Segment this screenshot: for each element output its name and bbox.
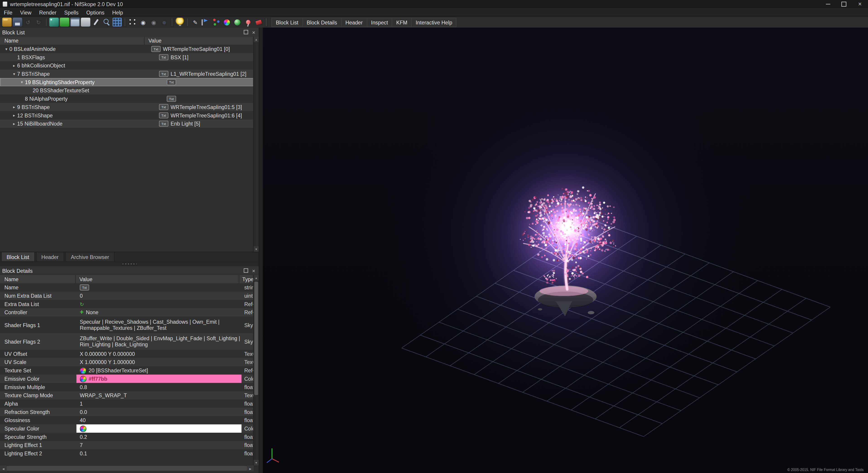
toggle-kfm[interactable]: KFM bbox=[392, 18, 411, 27]
zoom-icon[interactable] bbox=[102, 18, 112, 27]
column-header-type[interactable]: Type bbox=[240, 275, 254, 283]
flag-icon[interactable] bbox=[201, 18, 211, 27]
detail-row[interactable]: Texture Set20 [BSShaderTextureSet]Ref<BS… bbox=[0, 366, 254, 375]
detail-row[interactable]: Specular ColorColor3 bbox=[0, 425, 254, 433]
block-list-row[interactable]: 8 NiAlphaProperty bbox=[0, 95, 254, 103]
detail-value[interactable]: ZBuffer_Write | Double_Sided | EnvMap_Li… bbox=[76, 333, 242, 349]
block-list-row[interactable]: ▾7 BSTriShapeL1_WRTempleTreeSapling01 [2… bbox=[0, 70, 254, 78]
scrollbar-handle[interactable] bbox=[6, 466, 247, 471]
toggle-inspect[interactable]: Inspect bbox=[367, 18, 392, 27]
detail-value[interactable] bbox=[76, 425, 242, 433]
detail-row[interactable]: UV ScaleX 1.000000 Y 1.000000TexCoor bbox=[0, 358, 254, 367]
detail-row[interactable]: Emissive Multiple0.8float bbox=[0, 383, 254, 391]
show-hidden-icon[interactable] bbox=[149, 18, 158, 27]
toggle-block-details[interactable]: Block Details bbox=[302, 18, 341, 27]
block-details-hscrollbar[interactable]: ◀ ▶ bbox=[0, 465, 254, 471]
block-details-scrollbar[interactable]: ▲ ▼ bbox=[253, 275, 258, 465]
scroll-down-icon[interactable]: ▼ bbox=[254, 460, 258, 465]
detail-value[interactable]: None bbox=[76, 308, 242, 316]
scrollbar-handle[interactable] bbox=[254, 282, 258, 395]
uv-grid-icon[interactable] bbox=[113, 18, 122, 27]
menu-options[interactable]: Options bbox=[83, 8, 108, 16]
detail-row[interactable]: Extra Data ListRef<NiE bbox=[0, 300, 254, 308]
rgb-dots-icon[interactable] bbox=[212, 18, 221, 27]
dock-tab-header[interactable]: Header bbox=[36, 252, 64, 262]
detail-row[interactable]: UV OffsetX 0.000000 Y 0.000000TexCoor bbox=[0, 350, 254, 358]
lighting-icon[interactable] bbox=[175, 18, 185, 27]
detail-value[interactable] bbox=[76, 283, 242, 292]
menu-help[interactable]: Help bbox=[108, 8, 127, 16]
detail-value[interactable]: 0.0 bbox=[76, 408, 242, 416]
detail-value[interactable]: X 0.000000 Y 0.000000 bbox=[76, 350, 242, 358]
column-header-value[interactable]: Value bbox=[76, 275, 240, 283]
detail-row[interactable]: Refraction Strength0.0float bbox=[0, 408, 254, 416]
scroll-down-icon[interactable]: ▼ bbox=[254, 246, 258, 251]
collapse-icon[interactable]: ▾ bbox=[11, 72, 17, 76]
flat-shade-icon[interactable] bbox=[81, 18, 90, 27]
block-list-row[interactable]: 20 BSShaderTextureSet bbox=[0, 87, 254, 95]
menu-spells[interactable]: Spells bbox=[60, 8, 83, 16]
dock-splitter[interactable] bbox=[0, 261, 258, 266]
expand-icon[interactable]: ▸ bbox=[11, 122, 17, 126]
scroll-up-icon[interactable]: ▲ bbox=[254, 36, 258, 42]
detail-value[interactable]: WRAP_S_WRAP_T bbox=[76, 391, 242, 400]
detail-row[interactable]: Alpha1float bbox=[0, 400, 254, 408]
toggle-interactive-help[interactable]: Interactive Help bbox=[411, 18, 457, 27]
collapse-icon[interactable]: ▾ bbox=[3, 47, 9, 52]
texture-icon[interactable] bbox=[50, 18, 59, 27]
detail-value[interactable]: #ff77bb bbox=[76, 375, 242, 383]
windows-icon[interactable] bbox=[70, 18, 80, 27]
silhouette-icon[interactable] bbox=[159, 18, 169, 27]
detail-value[interactable]: 0.1 bbox=[76, 449, 242, 458]
detail-row[interactable]: Shader Flags 1Specular | Recieve_Shadows… bbox=[0, 316, 254, 333]
save-icon[interactable] bbox=[13, 18, 22, 27]
minimize-button[interactable] bbox=[820, 0, 836, 8]
column-header-name[interactable]: Name bbox=[0, 275, 76, 283]
open-icon[interactable] bbox=[2, 18, 12, 27]
detail-row[interactable]: Glossiness40float bbox=[0, 416, 254, 425]
block-list-row[interactable]: ▾0 BSLeafAnimNodeWRTempleTreeSapling01 [… bbox=[0, 45, 254, 53]
edit-pencil-icon[interactable] bbox=[190, 18, 200, 27]
block-list-scrollbar[interactable]: ▲ ▼ bbox=[253, 36, 258, 251]
panel-close-button[interactable] bbox=[251, 268, 256, 273]
collapse-icon[interactable]: ▾ bbox=[19, 80, 25, 85]
block-list-row[interactable]: ▸15 NiBillboardNodeEnb Light [5] bbox=[0, 120, 254, 128]
detail-row[interactable]: Shader Flags 2ZBuffer_Write | Double_Sid… bbox=[0, 333, 254, 349]
block-list-row[interactable]: ▸9 BSTriShapeWRTempleTreeSapling01:5 [3] bbox=[0, 103, 254, 111]
show-all-icon[interactable] bbox=[138, 18, 148, 27]
detail-value[interactable]: 0.2 bbox=[76, 433, 242, 441]
detail-value[interactable] bbox=[76, 300, 242, 308]
dock-viewport-splitter[interactable] bbox=[258, 28, 263, 473]
maximize-button[interactable] bbox=[836, 0, 852, 8]
detail-row[interactable]: Lighting Effect 20.1float bbox=[0, 449, 254, 458]
detail-row[interactable]: Texture Clamp ModeWRAP_S_WRAP_TTexClam bbox=[0, 391, 254, 400]
vertex-dots-icon[interactable] bbox=[128, 18, 137, 27]
detail-row[interactable]: Num Extra Data List0uint bbox=[0, 292, 254, 300]
detail-row[interactable]: Specular Strength0.2float bbox=[0, 433, 254, 441]
block-list-row[interactable]: 1 BSXFlagsBSX [1] bbox=[0, 53, 254, 62]
vertex-color-icon[interactable] bbox=[60, 18, 69, 27]
expand-icon[interactable]: ▸ bbox=[11, 113, 17, 117]
scroll-up-icon[interactable]: ▲ bbox=[254, 275, 258, 280]
redo-icon[interactable] bbox=[34, 18, 43, 27]
pin-icon[interactable] bbox=[243, 18, 253, 27]
expand-icon[interactable]: ▸ bbox=[11, 63, 17, 68]
detail-row[interactable]: Lighting Effect 17float bbox=[0, 441, 254, 449]
dock-tab-archive-browser[interactable]: Archive Browser bbox=[65, 252, 115, 262]
scroll-right-icon[interactable]: ▶ bbox=[247, 465, 254, 471]
block-list-row[interactable]: ▸6 bhkCollisionObject bbox=[0, 62, 254, 70]
menu-render[interactable]: Render bbox=[35, 8, 60, 16]
panel-float-button[interactable] bbox=[243, 268, 249, 273]
detail-row[interactable]: ControllerNoneRef<NiT bbox=[0, 308, 254, 316]
column-header-value[interactable]: Value bbox=[145, 36, 258, 45]
knife-icon[interactable] bbox=[92, 18, 101, 27]
normal-sphere-icon[interactable] bbox=[232, 18, 242, 27]
detail-row[interactable]: Namestring bbox=[0, 283, 254, 292]
titlebar[interactable]: wrtempletreesapling01.nif - NifSkope 2.0… bbox=[0, 0, 868, 8]
detail-value[interactable]: 20 [BSShaderTextureSet] bbox=[76, 366, 242, 375]
undo-icon[interactable] bbox=[23, 18, 33, 27]
detail-value[interactable]: X 1.000000 Y 1.000000 bbox=[76, 358, 242, 367]
block-details-panel-title[interactable]: Block Details bbox=[0, 266, 258, 276]
panel-close-button[interactable] bbox=[251, 29, 256, 35]
detail-value[interactable]: 7 bbox=[76, 441, 242, 449]
